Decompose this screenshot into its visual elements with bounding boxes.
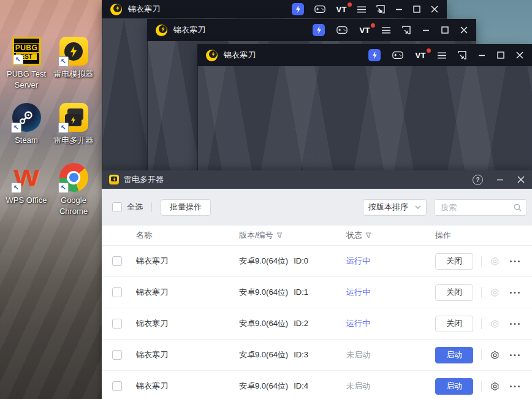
more-options-icon[interactable] xyxy=(509,354,520,357)
shortcut-arrow-icon xyxy=(58,56,69,67)
action-button[interactable]: 关闭 xyxy=(435,316,473,332)
chevron-down-icon xyxy=(415,205,421,209)
multi-instance-manager-window: 雷电多开器 全选 批量操作 按版本排序 xyxy=(102,170,532,399)
more-options-icon[interactable] xyxy=(509,385,520,388)
desktop-icon-pubg-test-server[interactable]: PUBG EST PUBG Test Server xyxy=(0,37,53,91)
instance-version: 安卓9.0(64位)ID:2 xyxy=(239,318,346,329)
emulator-titlebar[interactable]: 锦衣寒刀 VT xyxy=(147,19,476,41)
notification-dot-icon xyxy=(371,23,375,28)
close-button[interactable] xyxy=(431,6,438,13)
vt-badge[interactable]: VT xyxy=(336,5,347,14)
maximize-button[interactable] xyxy=(497,51,504,59)
manager-titlebar[interactable]: 雷电多开器 xyxy=(102,170,532,189)
menu-icon[interactable] xyxy=(357,6,366,13)
shortcut-arrow-icon xyxy=(58,183,69,193)
icon-label: PUBG Test Server xyxy=(0,69,53,91)
gamepad-icon[interactable] xyxy=(336,26,348,34)
switch-window-icon[interactable] xyxy=(376,5,385,13)
instance-name: 锦衣寒刀 xyxy=(136,256,239,267)
search-input[interactable] xyxy=(439,202,514,213)
window-title: 锦衣寒刀 xyxy=(128,4,160,15)
settings-gear-icon[interactable] xyxy=(490,381,500,392)
close-button[interactable] xyxy=(517,176,525,183)
sort-dropdown[interactable]: 按版本排序 xyxy=(363,199,427,216)
steam-icon xyxy=(12,103,41,132)
emulator-window-3: 锦衣寒刀 VT xyxy=(197,44,532,170)
search-icon[interactable] xyxy=(514,203,522,211)
icon-label: 雷电多开器 xyxy=(54,135,94,146)
shortcut-arrow-icon xyxy=(11,183,21,193)
settings-gear-icon[interactable] xyxy=(490,256,500,267)
maximize-button[interactable] xyxy=(441,26,449,34)
window-title: 锦衣寒刀 xyxy=(173,25,205,36)
version-text: 安卓9.0(64位) xyxy=(239,319,288,328)
desktop-icon-ldplayer[interactable]: 雷电模拟器 xyxy=(47,37,100,80)
help-icon[interactable] xyxy=(473,175,483,185)
row-checkbox[interactable] xyxy=(112,350,122,360)
settings-gear-icon[interactable] xyxy=(490,319,500,329)
minimize-button[interactable] xyxy=(478,51,485,59)
desktop-icon-steam[interactable]: Steam xyxy=(0,103,53,146)
row-checkbox[interactable] xyxy=(112,256,122,266)
ldplayer-logo-icon xyxy=(110,4,122,15)
minimize-button[interactable] xyxy=(395,6,403,13)
boost-icon[interactable] xyxy=(313,24,325,36)
action-button[interactable]: 关闭 xyxy=(435,284,473,301)
instance-status: 运行中 xyxy=(346,256,435,267)
table-row: 锦衣寒刀 安卓9.0(64位)ID:3 未启动 启动 xyxy=(102,340,532,371)
boost-icon[interactable] xyxy=(368,49,381,61)
batch-operation-button[interactable]: 批量操作 xyxy=(161,199,211,216)
icon-label: Steam xyxy=(15,135,38,146)
row-checkbox[interactable] xyxy=(112,287,122,297)
menu-icon[interactable] xyxy=(438,52,446,59)
filter-funnel-icon[interactable] xyxy=(276,232,283,238)
desktop-icon-google-chrome[interactable]: Google Chrome xyxy=(47,163,100,217)
minimize-button[interactable] xyxy=(496,176,504,183)
maximize-button[interactable] xyxy=(413,6,420,13)
emulator-titlebar[interactable]: 锦衣寒刀 VT xyxy=(102,0,447,18)
row-checkbox[interactable] xyxy=(112,319,122,329)
filter-funnel-icon[interactable] xyxy=(365,232,371,238)
close-button[interactable] xyxy=(516,51,523,59)
divider xyxy=(481,318,482,329)
wps-office-icon: W xyxy=(12,163,41,192)
desktop-icon-ld-multi-instance[interactable]: 雷电多开器 xyxy=(47,103,100,146)
instance-name: 锦衣寒刀 xyxy=(136,318,239,329)
instance-name: 锦衣寒刀 xyxy=(136,287,239,298)
more-options-icon[interactable] xyxy=(509,260,520,263)
select-all-label: 全选 xyxy=(127,202,143,213)
version-text: 安卓9.0(64位) xyxy=(239,256,288,265)
menu-icon[interactable] xyxy=(382,27,390,34)
action-button[interactable]: 启动 xyxy=(435,347,473,363)
gamepad-icon[interactable] xyxy=(314,5,325,13)
ldplayer-emulator-icon xyxy=(59,37,88,66)
select-all-checkbox[interactable] xyxy=(112,202,122,212)
settings-gear-icon[interactable] xyxy=(490,350,500,360)
close-button[interactable] xyxy=(460,26,468,34)
more-options-icon[interactable] xyxy=(509,322,520,325)
notification-dot-icon xyxy=(427,48,431,53)
switch-window-icon[interactable] xyxy=(458,51,466,59)
table-header: 名称 版本/编号 状态 操作 xyxy=(102,226,532,246)
action-button[interactable]: 启动 xyxy=(435,378,473,395)
emulator-titlebar[interactable]: 锦衣寒刀 VT xyxy=(197,44,532,66)
vt-badge[interactable]: VT xyxy=(359,26,370,35)
action-button[interactable]: 关闭 xyxy=(435,253,473,270)
header-name: 名称 xyxy=(136,230,239,241)
divider xyxy=(481,256,482,267)
desktop-icon-wps-office[interactable]: W WPS Office xyxy=(0,163,53,206)
instance-rows: 锦衣寒刀 安卓9.0(64位)ID:0 运行中 关闭 锦衣寒刀 安 xyxy=(102,246,532,399)
boost-icon[interactable] xyxy=(292,3,304,15)
settings-gear-icon[interactable] xyxy=(490,287,500,298)
minimize-button[interactable] xyxy=(422,26,430,34)
more-options-icon[interactable] xyxy=(509,291,520,294)
instance-name: 锦衣寒刀 xyxy=(136,349,239,360)
switch-window-icon[interactable] xyxy=(402,26,411,34)
row-checkbox[interactable] xyxy=(112,381,122,391)
divider xyxy=(481,349,482,360)
instance-version: 安卓9.0(64位)ID:4 xyxy=(239,381,346,392)
gamepad-icon[interactable] xyxy=(392,51,403,59)
pubg-badge-text: PUBG xyxy=(13,43,40,53)
vt-badge[interactable]: VT xyxy=(415,51,426,60)
version-text: 安卓9.0(64位) xyxy=(239,350,288,359)
